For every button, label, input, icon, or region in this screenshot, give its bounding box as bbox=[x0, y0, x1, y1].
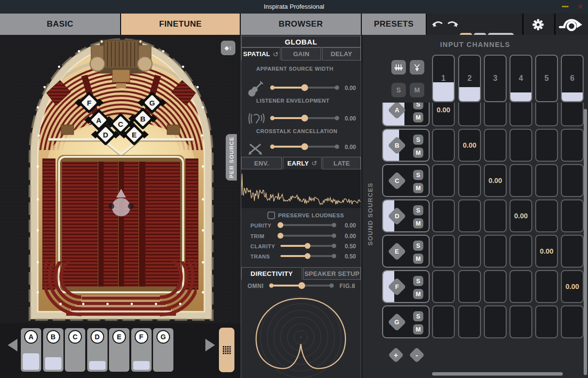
matrix-cell-E-6[interactable] bbox=[561, 235, 584, 268]
flip-view-button[interactable]: ◆↕ bbox=[221, 41, 235, 55]
matrix-cell-C-4[interactable] bbox=[510, 164, 532, 197]
tab-delay[interactable]: DELAY bbox=[322, 47, 361, 60]
matrix-cell-E-3[interactable] bbox=[484, 235, 507, 268]
matrix-cell-A-6[interactable] bbox=[561, 103, 584, 126]
channel-header-3[interactable]: 3 bbox=[484, 55, 507, 102]
matrix-cell-A-2[interactable] bbox=[458, 103, 481, 126]
mute-button-C[interactable]: M bbox=[413, 183, 423, 193]
merge-button[interactable] bbox=[410, 60, 424, 75]
source-tile-E[interactable]: E bbox=[109, 328, 129, 372]
matrix-cell-D-5[interactable] bbox=[535, 199, 558, 232]
gear-icon[interactable] bbox=[531, 18, 545, 31]
channel-header-2[interactable]: 2 bbox=[458, 55, 481, 102]
matrix-cell-B-5[interactable] bbox=[535, 129, 558, 162]
matrix-cell-G-4[interactable] bbox=[510, 305, 532, 338]
source-diamond-badge[interactable]: C bbox=[387, 171, 406, 190]
source-row-E[interactable]: ESM bbox=[382, 235, 430, 268]
matrix-cell-D-3[interactable] bbox=[484, 199, 507, 232]
solo-button-B[interactable]: S bbox=[413, 135, 423, 145]
tab-late[interactable]: LATE bbox=[323, 157, 361, 169]
matrix-cell-E-2[interactable] bbox=[458, 235, 481, 268]
source-row-F[interactable]: FSM bbox=[382, 270, 430, 303]
apparent-source-width-slider[interactable] bbox=[272, 84, 338, 91]
trim-slider[interactable] bbox=[280, 232, 335, 239]
matrix-cell-G-1[interactable] bbox=[432, 305, 455, 338]
undo-icon[interactable] bbox=[432, 17, 444, 30]
tab-speaker-setup[interactable]: SPEAKER SETUP bbox=[303, 267, 361, 280]
matrix-cell-A-4[interactable] bbox=[510, 103, 532, 126]
horizontal-scrollbar[interactable] bbox=[432, 372, 563, 376]
matrix-cell-F-3[interactable] bbox=[484, 270, 507, 303]
mute-button-G[interactable]: M bbox=[413, 324, 423, 334]
matrix-cell-D-4[interactable]: 0.00 bbox=[510, 199, 532, 232]
matrix-cell-A-1[interactable]: 0.00 bbox=[432, 103, 455, 126]
vertical-scrollbar[interactable] bbox=[584, 109, 587, 375]
matrix-cell-G-3[interactable] bbox=[484, 305, 507, 338]
matrix-cell-B-4[interactable] bbox=[510, 129, 532, 162]
per-source-tab[interactable]: PER SOURCE bbox=[226, 134, 237, 181]
source-tile-C[interactable]: C bbox=[65, 328, 85, 372]
source-diamond-badge[interactable]: E bbox=[387, 242, 406, 260]
matrix-cell-C-5[interactable] bbox=[535, 164, 558, 197]
purity-slider[interactable] bbox=[280, 222, 335, 228]
minimize-button[interactable] bbox=[562, 6, 569, 7]
crosstalk-cancellation-slider[interactable] bbox=[272, 143, 338, 150]
listener-envelopment-slider[interactable] bbox=[272, 115, 338, 121]
matrix-cell-D-6[interactable] bbox=[561, 199, 584, 232]
scroll-right-button[interactable] bbox=[205, 339, 215, 351]
matrix-cell-B-1[interactable] bbox=[432, 129, 455, 162]
source-tile-A[interactable]: A bbox=[21, 328, 41, 372]
matrix-cell-F-6[interactable]: 0.00 bbox=[561, 270, 584, 303]
preserve-loudness-checkbox[interactable] bbox=[267, 212, 275, 219]
reset-icon[interactable]: ↺ bbox=[273, 50, 279, 58]
source-row-G[interactable]: GSM bbox=[382, 305, 430, 338]
matrix-cell-A-3[interactable] bbox=[484, 103, 507, 126]
matrix-cell-D-1[interactable] bbox=[432, 199, 455, 232]
tab-presets[interactable]: PRESETS bbox=[362, 14, 426, 35]
mute-button-A[interactable]: M bbox=[413, 112, 423, 122]
solo-button-G[interactable]: S bbox=[413, 311, 423, 321]
matrix-cell-F-1[interactable] bbox=[432, 270, 455, 303]
directivity-slider[interactable] bbox=[271, 282, 332, 289]
redo-icon[interactable] bbox=[446, 17, 459, 30]
source-tile-F[interactable]: F bbox=[131, 328, 152, 372]
tab-directivity[interactable]: DIRECTIVITY bbox=[241, 267, 302, 280]
solo-button-F[interactable]: S bbox=[413, 276, 423, 286]
collapse-all-button[interactable] bbox=[391, 60, 406, 75]
matrix-cell-C-2[interactable] bbox=[458, 164, 481, 197]
inspirata-logo-icon[interactable] bbox=[556, 16, 588, 33]
source-tile-G[interactable]: G bbox=[153, 328, 173, 372]
matrix-cell-E-5[interactable]: 0.00 bbox=[535, 235, 558, 268]
source-row-C[interactable]: CSM bbox=[382, 164, 430, 197]
matrix-cell-B-3[interactable] bbox=[484, 129, 507, 162]
mute-button-B[interactable]: M bbox=[413, 148, 423, 158]
channel-header-1[interactable]: 1 bbox=[432, 55, 455, 102]
matrix-cell-F-4[interactable] bbox=[510, 270, 532, 303]
channel-header-5[interactable]: 5 bbox=[535, 55, 558, 102]
mute-button-D[interactable]: M bbox=[413, 218, 423, 228]
reset-icon[interactable]: ↺ bbox=[311, 159, 317, 167]
matrix-view-button[interactable] bbox=[219, 328, 234, 372]
scroll-left-button[interactable] bbox=[8, 339, 17, 351]
matrix-cell-D-2[interactable] bbox=[458, 199, 481, 232]
solo-all-button[interactable]: S bbox=[391, 83, 406, 97]
tab-envelope[interactable]: ENV. bbox=[241, 157, 282, 169]
source-tile-B[interactable]: B bbox=[43, 328, 63, 372]
tab-gain[interactable]: GAIN bbox=[281, 47, 321, 60]
channel-header-4[interactable]: 4 bbox=[510, 55, 532, 102]
clarity-slider[interactable] bbox=[280, 242, 335, 249]
source-row-D[interactable]: DSM bbox=[382, 199, 430, 232]
matrix-cell-C-3[interactable]: 0.00 bbox=[484, 164, 507, 197]
mute-button-F[interactable]: M bbox=[413, 289, 423, 299]
solo-button-A[interactable]: S bbox=[413, 103, 423, 109]
matrix-cell-E-4[interactable] bbox=[510, 235, 532, 268]
tab-basic[interactable]: BASIC bbox=[0, 14, 120, 35]
tab-early[interactable]: EARLY ↺ bbox=[283, 157, 322, 169]
matrix-cell-G-5[interactable] bbox=[535, 305, 558, 338]
trans-slider[interactable] bbox=[280, 253, 335, 259]
mute-button-E[interactable]: M bbox=[413, 254, 423, 264]
tab-browser[interactable]: BROWSER bbox=[241, 14, 361, 35]
source-row-A[interactable]: ASM bbox=[382, 103, 430, 126]
source-tile-D[interactable]: D bbox=[87, 328, 108, 372]
solo-button-D[interactable]: S bbox=[413, 205, 423, 215]
